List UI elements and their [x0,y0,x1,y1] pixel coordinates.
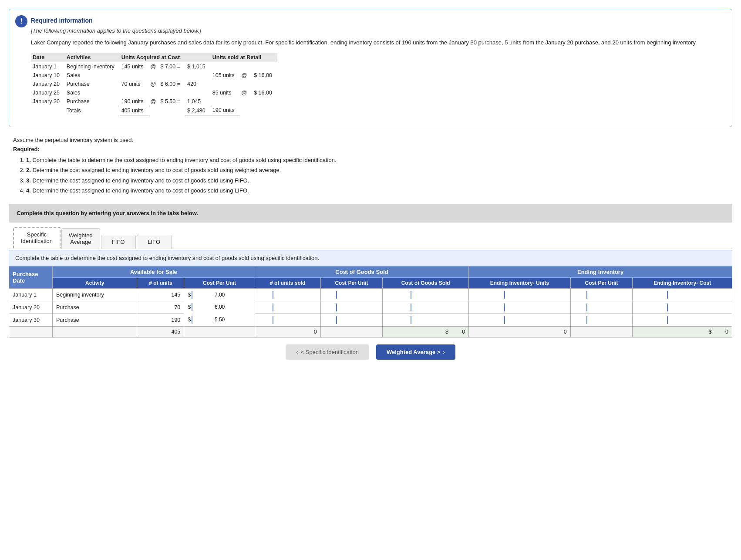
required-label: Required: [13,146,728,152]
num-units-cell: 145 [137,288,184,301]
end-cpu-input-cell[interactable] [570,288,633,301]
table-row: January 1 Beginning inventory 145 $ [9,288,732,301]
next-button-label: Weighted Average > [387,349,440,355]
cogs-input[interactable] [411,291,441,299]
cogs-input[interactable] [411,316,441,324]
cost-per-unit-subheader: Cost Per Unit [184,277,255,288]
next-arrow-icon: › [443,349,445,355]
cost-per-unit-input[interactable] [192,303,226,311]
date-cell: January 30 [9,314,53,326]
end-cost-input[interactable] [667,304,697,311]
ending-inv-units-subheader: Ending Inventory- Units [469,277,571,288]
end-cpu-input-cell[interactable] [570,301,633,314]
available-for-sale-header: Available for Sale [53,266,255,277]
cost-per-unit-sold-subheader: Cost Per Unit [320,277,383,288]
tab-weighted-average[interactable]: Weighted Average [61,228,100,249]
complete-question-text: Complete this question by entering your … [17,210,724,216]
units-sold-input-cell[interactable] [255,301,320,314]
total-units-sold: 0 [255,326,320,337]
col-units-acquired: Units Acquired at Cost [120,53,211,62]
end-units-input-cell[interactable] [469,301,571,314]
prev-arrow-icon: ‹ [296,349,298,355]
end-cost-input-cell[interactable] [633,288,732,301]
info-icon: ! [15,15,27,27]
total-end-units: 0 [469,326,571,337]
num-units-subheader: # of units [137,277,184,288]
table-row: January 30 Purchase 190 $ [9,314,732,326]
cogs-input-cell[interactable] [383,301,469,314]
activity-cell: Purchase [53,314,137,326]
end-cpu-input[interactable] [586,316,617,324]
num-units-cell: 70 [137,301,184,314]
units-sold-input[interactable] [273,291,303,299]
required-info-desc: Laker Company reported the following Jan… [31,38,721,47]
tab-lifo[interactable]: LIFO [137,235,172,249]
col-date: Date [31,53,65,62]
end-cpu-input[interactable] [586,291,617,299]
tab-fifo[interactable]: FIFO [101,235,136,249]
num-units-sold-subheader: # of units sold [255,277,320,288]
table-row: January 1 Beginning inventory 145 units … [31,62,277,71]
table-row-totals: Totals 405 units $ 2,480 190 units [31,106,277,115]
table-description: Complete the table to determine the cost… [9,250,732,266]
task-2: 2. Determine the cost assigned to ending… [26,166,728,175]
end-cost-input[interactable] [667,316,697,324]
cost-per-unit-input[interactable] [192,316,226,324]
date-cell: January 1 [9,288,53,301]
sold-cpu-input[interactable] [336,304,367,311]
cost-per-unit-cell: $ [184,289,254,301]
info-data-table: Date Activities Units Acquired at Cost U… [31,53,277,116]
total-end-cost: $ 0 [633,326,732,337]
cost-of-goods-sold-header: Cost of Goods Sold [255,266,468,277]
tab-specific-identification[interactable]: Specific Identification [13,227,61,249]
sold-cpu-input-cell[interactable] [320,314,383,326]
totals-row: 405 0 $ 0 0 $ 0 [9,326,732,337]
prev-button[interactable]: ‹ < Specific Identification [286,344,369,360]
units-sold-input-cell[interactable] [255,314,320,326]
purchase-date-header: Purchase Date [9,266,53,288]
end-units-input[interactable] [504,316,535,324]
activity-cell: Purchase [53,301,137,314]
ending-inv-cost-subheader: Ending Inventory- Cost [633,277,732,288]
task-4: 4. Determine the cost assigned to ending… [26,186,728,195]
cost-per-unit-cell: $ [184,314,254,326]
cost-per-unit-cell: $ [184,301,254,313]
assume-text: Assume the perpetual inventory system is… [13,137,728,143]
cogs-input-cell[interactable] [383,314,469,326]
units-sold-input[interactable] [273,316,303,324]
activity-subheader: Activity [53,277,137,288]
end-units-input-cell[interactable] [469,288,571,301]
col-units-sold: Units sold at Retail [211,53,277,62]
specific-identification-table: Purchase Date Available for Sale Cost of… [9,266,732,337]
sold-cpu-input[interactable] [336,291,367,299]
activity-cell: Beginning inventory [53,288,137,301]
total-cogs: $ 0 [383,326,469,337]
sold-cpu-input[interactable] [336,316,367,324]
col-activities: Activities [65,53,120,62]
units-sold-input[interactable] [273,304,303,311]
table-row: January 25 Sales 85 units @ $ 16.00 [31,88,277,97]
date-cell: January 20 [9,301,53,314]
table-row: January 30 Purchase 190 units @ $ 5.50 =… [31,97,277,106]
next-button[interactable]: Weighted Average > › [376,344,455,360]
end-cpu-input-cell[interactable] [570,314,633,326]
end-units-input[interactable] [504,291,535,299]
end-units-input[interactable] [504,304,535,311]
tabs-container: Specific Identification Weighted Average… [9,227,732,249]
task-list: 1. Complete the table to determine the c… [26,156,728,195]
ending-inventory-header: Ending Inventory [469,266,732,277]
end-cost-input-cell[interactable] [633,314,732,326]
end-units-input-cell[interactable] [469,314,571,326]
end-cpu-input[interactable] [586,304,617,311]
table-row: January 20 Purchase 70 $ [9,301,732,314]
cogs-input-cell[interactable] [383,288,469,301]
units-sold-input-cell[interactable] [255,288,320,301]
complete-question-box: Complete this question by entering your … [9,204,732,223]
sold-cpu-input-cell[interactable] [320,301,383,314]
sold-cpu-input-cell[interactable] [320,288,383,301]
cost-per-unit-input[interactable] [192,291,226,299]
cogs-input[interactable] [411,304,441,311]
end-cost-input[interactable] [667,291,697,299]
nav-buttons-container: ‹ < Specific Identification Weighted Ave… [9,337,732,367]
end-cost-input-cell[interactable] [633,301,732,314]
